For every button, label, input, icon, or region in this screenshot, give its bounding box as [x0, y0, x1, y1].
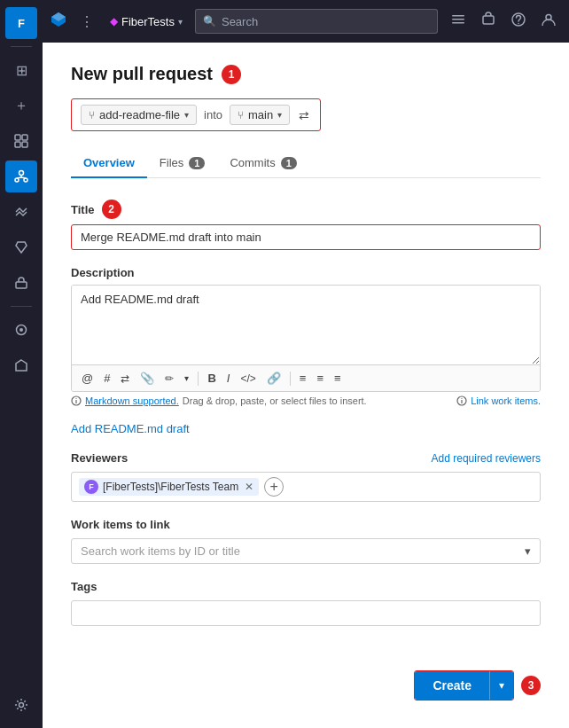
sidebar-divider-2 — [11, 306, 32, 307]
svg-point-6 — [24, 178, 27, 182]
swap-branches-button[interactable]: ⇄ — [297, 106, 311, 124]
sidebar-avatar[interactable]: F — [5, 7, 37, 39]
svg-rect-10 — [16, 282, 27, 288]
svg-rect-3 — [22, 142, 27, 147]
toolbar-attach-btn[interactable]: 📎 — [136, 369, 159, 387]
toolbar-link-btn[interactable]: 🔗 — [262, 369, 285, 387]
work-items-section: Work items to link Search work items by … — [71, 518, 541, 564]
toolbar-pr-btn[interactable]: ⇄ — [116, 370, 134, 387]
toolbar-bold-btn[interactable]: B — [203, 369, 220, 387]
link-work-items-area: Link work items. — [456, 395, 541, 406]
toolbar-mention-btn[interactable]: @ — [77, 369, 97, 387]
svg-rect-15 — [452, 19, 464, 20]
toolbar: @ # ⇄ 📎 ✏ ▾ B I </> 🔗 ≡ ≡ ≡ — [72, 365, 540, 391]
svg-rect-17 — [483, 16, 494, 24]
search-placeholder: Search — [222, 15, 258, 28]
svg-point-23 — [75, 398, 76, 399]
sidebar-item-extensions[interactable] — [5, 314, 37, 346]
description-section: Description Add README.md draft @ # ⇄ 📎 … — [71, 266, 541, 406]
target-branch-chevron: ▾ — [277, 110, 282, 120]
tab-files-badge: 1 — [189, 157, 205, 169]
sidebar-item-artifacts[interactable] — [5, 267, 37, 299]
toolbar-draw-btn[interactable]: ✏ — [160, 370, 178, 387]
project-name: FiberTests — [121, 15, 175, 28]
sidebar-item-overview2[interactable] — [5, 349, 37, 381]
markdown-bar: Markdown supported. Drag & drop, paste, … — [71, 395, 541, 406]
target-branch-label: main — [248, 108, 273, 121]
add-reviewer-btn[interactable]: + — [264, 477, 284, 497]
sidebar-item-home[interactable]: ⊞ — [5, 54, 37, 86]
tab-commits[interactable]: Commits 1 — [217, 149, 308, 178]
reviewer-remove-btn[interactable]: ✕ — [245, 481, 253, 493]
sidebar-item-test-plans[interactable] — [5, 231, 37, 263]
sidebar-item-settings-bottom[interactable] — [5, 689, 37, 721]
tab-overview[interactable]: Overview — [71, 149, 147, 178]
topbar-help-icon[interactable] — [505, 8, 532, 35]
svg-point-26 — [462, 398, 463, 399]
search-box[interactable]: 🔍 Search — [195, 9, 438, 34]
topbar-right — [445, 8, 562, 35]
app-logo — [50, 11, 67, 33]
reviewers-section: Reviewers Add required reviewers F [Fibe… — [71, 451, 541, 502]
title-section: Title 2 — [71, 200, 541, 250]
svg-point-19 — [518, 23, 519, 25]
title-input[interactable] — [71, 224, 541, 250]
svg-point-4 — [19, 171, 24, 176]
target-branch-btn[interactable]: ⑂ main ▾ — [230, 105, 290, 125]
reviewer-name: [FiberTests]\FiberTests Team — [103, 481, 238, 493]
toolbar-align-btn[interactable]: ≡ — [295, 369, 311, 387]
content-area: New pull request 1 ⑂ add-readme-file ▾ i… — [43, 43, 569, 728]
project-chevron-icon: ▾ — [178, 17, 183, 27]
svg-point-5 — [15, 178, 19, 182]
svg-rect-2 — [15, 142, 20, 147]
topbar-notifications-icon[interactable] — [475, 8, 502, 35]
tabs: Overview Files 1 Commits 1 — [71, 149, 541, 178]
toolbar-hash-btn[interactable]: # — [99, 369, 114, 387]
link-info-icon — [456, 395, 467, 406]
sidebar-item-repos[interactable] — [5, 160, 37, 192]
tags-input[interactable] — [71, 600, 541, 626]
tab-files[interactable]: Files 1 — [147, 149, 218, 178]
reviewer-avatar: F — [84, 480, 98, 494]
toolbar-ul-btn[interactable]: ≡ — [312, 369, 328, 387]
sidebar-item-create[interactable]: ＋ — [5, 90, 37, 121]
tags-label: Tags — [71, 580, 541, 593]
reviewers-header: Reviewers Add required reviewers — [71, 451, 541, 465]
description-textarea[interactable]: Add README.md draft — [72, 286, 540, 365]
branch-icon-source: ⑂ — [89, 109, 95, 121]
topbar-list-icon[interactable] — [445, 8, 472, 35]
page-title: New pull request — [71, 64, 213, 84]
markdown-drag-text: Drag & drop, paste, or select files to i… — [183, 395, 367, 406]
toolbar-italic-btn[interactable]: I — [222, 369, 235, 387]
sidebar-item-pipelines[interactable] — [5, 196, 37, 228]
link-work-items-link[interactable]: Link work items. — [471, 395, 541, 406]
toolbar-sep-2 — [290, 372, 291, 386]
project-diamond-icon: ◆ — [110, 15, 118, 27]
step1-badge: 1 — [222, 65, 241, 84]
toolbar-code-btn[interactable]: </> — [236, 370, 260, 387]
svg-rect-0 — [15, 135, 20, 140]
markdown-link[interactable]: Markdown supported. — [85, 395, 179, 406]
topbar-dots[interactable]: ⋮ — [76, 10, 97, 34]
footer-actions: Create ▾ 3 — [414, 670, 541, 701]
create-group: Create ▾ — [414, 670, 514, 701]
reviewer-tag: F [FiberTests]\FiberTests Team ✕ — [79, 478, 259, 496]
sidebar-item-boards[interactable] — [5, 125, 37, 157]
create-dropdown-btn[interactable]: ▾ — [489, 671, 513, 700]
search-icon: 🔍 — [203, 15, 216, 27]
topbar-project[interactable]: ◆ FiberTests ▾ — [105, 12, 188, 32]
svg-point-13 — [19, 703, 24, 708]
work-items-search[interactable]: Search work items by ID or title ▾ — [71, 538, 541, 564]
draft-link-text[interactable]: Add README.md draft — [71, 422, 190, 435]
source-branch-btn[interactable]: ⑂ add-readme-file ▾ — [81, 105, 197, 125]
add-required-reviewers-link[interactable]: Add required reviewers — [432, 452, 541, 465]
description-label: Description — [71, 266, 541, 279]
toolbar-draw-chevron-btn[interactable]: ▾ — [180, 371, 193, 386]
topbar: ⋮ ◆ FiberTests ▾ 🔍 Search — [43, 0, 569, 43]
toolbar-ol-btn[interactable]: ≡ — [330, 369, 346, 387]
topbar-user-icon[interactable] — [535, 8, 562, 35]
markdown-info: Markdown supported. Drag & drop, paste, … — [71, 395, 456, 406]
tab-commits-badge: 1 — [281, 157, 297, 169]
create-button[interactable]: Create — [415, 671, 489, 700]
sidebar-divider-1 — [11, 46, 32, 47]
